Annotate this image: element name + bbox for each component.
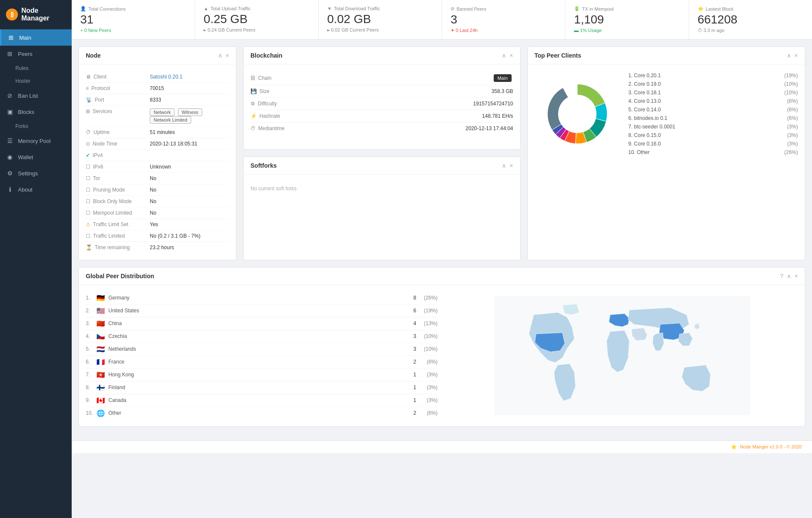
- hashrate-icon: ⚡: [250, 113, 257, 119]
- global-peer-close-icon[interactable]: ×: [795, 273, 798, 279]
- peer-rank-9: 9. Core 0.16.0: [629, 141, 661, 147]
- blockchain-close-icon[interactable]: ×: [509, 52, 513, 59]
- top-peer-clients-header: Top Peer Clients ∧ ×: [528, 47, 805, 64]
- peer-dist-row-8: 8. 🇫🇮 Finland 1 (3%): [86, 381, 438, 394]
- sidebar-label-settings: Settings: [18, 170, 38, 177]
- sidebar-item-about[interactable]: ℹ About: [0, 181, 72, 198]
- sidebar-label-hoster: Hoster: [15, 78, 30, 84]
- peer-dist-row-1: 1. 🇩🇪 Germany 8 (26%): [86, 292, 438, 305]
- node-value-protocol: 70015: [150, 85, 164, 91]
- peer-rank-1: 1. Core 0.20.1: [629, 73, 661, 79]
- softforks-card-header: Softforks ∧ ×: [244, 157, 520, 175]
- node-label-tor: ☐ Tor: [86, 175, 150, 181]
- badge-network-limited: Network Limited: [150, 116, 191, 124]
- stat-download-value: 0.02 GB: [327, 13, 433, 26]
- node-label-client: 🖥 Client: [86, 74, 150, 80]
- peer-rank-7: 7. btc-seeder 0.0001: [629, 124, 675, 130]
- badge-witness: Witness: [178, 108, 202, 116]
- softforks-close-icon[interactable]: ×: [509, 162, 513, 169]
- blockonly-icon: ☐: [86, 198, 90, 204]
- blockchain-card-title: Blockchain: [250, 52, 282, 59]
- node-label-mempoollimited: ☐ Mempool Limited: [86, 210, 150, 216]
- peer-pct-10: (26%): [784, 149, 798, 155]
- stat-upload-sub: ▸ 0.24 GB Current Peers: [204, 27, 309, 33]
- map-japan: [694, 323, 700, 329]
- peer-pct-1: (19%): [784, 73, 798, 79]
- global-peer-header: Global Peer Distribution ? ∧ ×: [79, 268, 805, 285]
- badge-network: Network: [150, 108, 175, 116]
- sidebar-item-peers[interactable]: ⊞ Peers: [0, 46, 72, 62]
- blocks-icon: ▣: [6, 108, 14, 116]
- node-close-icon[interactable]: ×: [226, 52, 229, 59]
- peer-rank-8: 8. Core 0.15.0: [629, 132, 661, 138]
- sidebar-item-hoster[interactable]: Hoster: [0, 75, 72, 87]
- footer-icon: ⭐: [731, 444, 737, 449]
- sidebar-item-rules[interactable]: Rules: [0, 62, 72, 75]
- node-row-port: 📡 Port 8333: [86, 94, 229, 106]
- node-card: Node ∧ × 🖥 Client Satoshi 0.20.1: [79, 47, 236, 260]
- peer-dist-row-2: 2. 🇺🇸 United States 6 (19%): [86, 305, 438, 317]
- stat-upload-value: 0.25 GB: [204, 13, 309, 26]
- sidebar-label-rules: Rules: [15, 65, 29, 71]
- client-icon: 🖥: [86, 74, 91, 80]
- softforks-card-title: Softforks: [250, 162, 276, 169]
- softforks-collapse-icon[interactable]: ∧: [502, 162, 506, 169]
- stat-banned-label: ⊘ Banned Peers: [451, 6, 556, 12]
- sidebar-item-forks[interactable]: Forks: [0, 120, 72, 133]
- top-peers-close-icon[interactable]: ×: [795, 52, 798, 59]
- chain-icon: ⛓: [250, 75, 256, 81]
- stat-mempool-label: 🔋 TX in Mempool: [574, 6, 680, 12]
- global-peer-collapse-icon[interactable]: ∧: [787, 273, 791, 279]
- page-content: Node ∧ × 🖥 Client Satoshi 0.20.1: [72, 40, 812, 440]
- node-collapse-icon[interactable]: ∧: [218, 52, 222, 59]
- softforks-card-controls: ∧ ×: [502, 162, 513, 169]
- block-icon: ⭐: [698, 6, 704, 12]
- node-card-header: Node ∧ ×: [79, 47, 236, 64]
- blockchain-collapse-icon[interactable]: ∧: [502, 52, 506, 59]
- sidebar-item-memorypool[interactable]: ☰ Memory Pool: [0, 133, 72, 149]
- peer-pct-2: (10%): [784, 81, 798, 87]
- softforks-empty: No current soft forks: [250, 181, 513, 196]
- sidebar-item-wallet[interactable]: ◉ Wallet: [0, 149, 72, 165]
- sidebar-item-settings[interactable]: ⚙ Settings: [0, 165, 72, 181]
- top-peer-clients-body: 1. Core 0.20.1 (19%) 2. Core 0.19.0 (10%…: [528, 64, 805, 163]
- chain-badge: Main: [494, 74, 512, 82]
- services-icon: ⊞: [86, 108, 90, 114]
- global-peer-help-icon[interactable]: ?: [780, 273, 783, 279]
- node-label-uptime: ⏱ Uptime: [86, 129, 150, 135]
- sidebar-item-banlist[interactable]: ⊘ Ban List: [0, 87, 72, 104]
- node-label-trafficlimited: ☐ Traffic Limited: [86, 233, 150, 239]
- peer-pct-3: (10%): [784, 90, 798, 96]
- global-peer-body: 1. 🇩🇪 Germany 8 (26%) 2. 🇺🇸 United State…: [79, 285, 805, 426]
- node-row-services: ⊞ Services Network Witness Network Limit…: [86, 106, 229, 127]
- node-row-uptime: ⏱ Uptime 51 minutes: [86, 127, 229, 138]
- protocol-icon: ≡: [86, 85, 89, 91]
- download-icon: ▼: [327, 6, 332, 11]
- memorypool-icon: ☰: [6, 137, 14, 145]
- top-peers-collapse-icon[interactable]: ∧: [787, 52, 791, 59]
- peer-rank-4: 4. Core 0.13.0: [629, 98, 661, 104]
- peer-rank-3: 3. Core 0.18.1: [629, 90, 661, 96]
- blockchain-card-header: Blockchain ∧ ×: [244, 47, 520, 64]
- node-row-mempoollimited: ☐ Mempool Limited No: [86, 207, 229, 219]
- bc-label-difficulty: ⚙ Difficulty: [250, 101, 277, 107]
- peer-pct-4: (6%): [787, 98, 798, 104]
- node-value-services: Network Witness Network Limited: [150, 108, 229, 124]
- node-value-tor: No: [150, 175, 156, 181]
- blockchain-card-controls: ∧ ×: [502, 52, 513, 59]
- node-value-nodetime: 2020-12-13 18:05:31: [150, 141, 197, 147]
- node-value-blockonly: No: [150, 198, 156, 204]
- peer-list-item-9: 9. Core 0.16.0 (3%): [629, 140, 798, 148]
- node-row-trafficlimited: ☐ Traffic Limited No (0.2 / 3.1 GB - 7%): [86, 230, 229, 242]
- stat-upload-label: ▲ Total Upload Traffic: [204, 6, 309, 11]
- peer-list-item-2: 2. Core 0.19.0 (10%): [629, 80, 798, 88]
- footer-text: Node Manger v1.0.0 - © 2020: [740, 444, 802, 449]
- mempool-icon: 🔋: [574, 6, 580, 12]
- stat-connections: 👤 Total Connections 31 + 0 New Peers: [72, 0, 195, 39]
- ipv4-check-icon: ✔: [86, 152, 90, 158]
- sidebar-item-main[interactable]: ⊞ Main: [0, 29, 72, 46]
- ipv6-icon: ☐: [86, 164, 90, 170]
- sidebar-item-blocks[interactable]: ▣ Blocks: [0, 104, 72, 120]
- timeremaining-icon: ⏳: [86, 244, 92, 250]
- peer-pct-6: (6%): [787, 115, 798, 121]
